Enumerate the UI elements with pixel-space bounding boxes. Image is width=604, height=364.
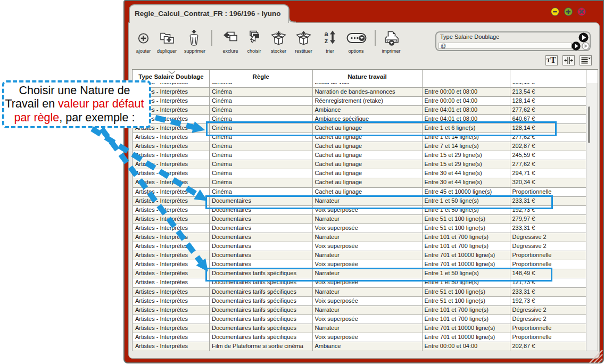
svg-text:z: z [325,37,328,45]
